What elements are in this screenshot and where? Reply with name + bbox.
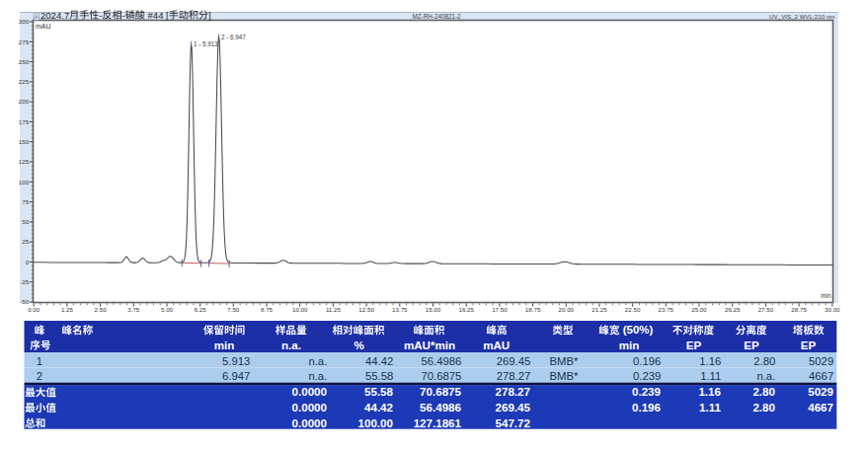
svg-text:1 - 5.913: 1 - 5.913 xyxy=(194,40,218,47)
svg-text:n.a.: n.a. xyxy=(281,339,301,351)
svg-text:225: 225 xyxy=(19,78,30,85)
svg-text:100: 100 xyxy=(19,179,30,186)
svg-text:100.00: 100.00 xyxy=(358,416,393,429)
svg-text:250: 250 xyxy=(19,58,30,65)
svg-text:44.42: 44.42 xyxy=(364,401,393,414)
svg-text:#44 [: #44 [ xyxy=(145,10,169,21)
svg-text:30.00: 30.00 xyxy=(825,306,840,313)
svg-text:26.25: 26.25 xyxy=(725,306,741,313)
svg-text:5029: 5029 xyxy=(808,385,833,398)
svg-text:7.50: 7.50 xyxy=(227,306,240,313)
svg-text:18.75: 18.75 xyxy=(525,306,541,313)
svg-text:175: 175 xyxy=(19,118,30,125)
svg-text:-: - xyxy=(122,10,125,21)
svg-text:n.a.: n.a. xyxy=(756,370,775,382)
svg-text:23.75: 23.75 xyxy=(659,306,674,313)
svg-text:EP: EP xyxy=(801,339,817,351)
svg-text:6.947: 6.947 xyxy=(222,370,250,382)
svg-text:2024.7: 2024.7 xyxy=(40,10,69,21)
svg-text:55.58: 55.58 xyxy=(364,385,394,398)
svg-text:4667: 4667 xyxy=(808,401,833,414)
svg-text:15.00: 15.00 xyxy=(426,306,441,313)
svg-text:16.25: 16.25 xyxy=(458,306,474,313)
svg-text:EP: EP xyxy=(744,339,759,351)
svg-text:-: - xyxy=(99,10,102,21)
svg-text:BMB*: BMB* xyxy=(550,370,579,382)
svg-text:22.50: 22.50 xyxy=(625,306,641,313)
svg-text:56.4986: 56.4986 xyxy=(420,401,461,414)
svg-text:%: % xyxy=(355,339,364,351)
svg-text:6.25: 6.25 xyxy=(195,306,207,313)
svg-text:mAU: mAU xyxy=(483,339,510,351)
svg-text:n.a.: n.a. xyxy=(308,370,327,382)
svg-text:-50: -50 xyxy=(20,298,30,305)
svg-text:0.239: 0.239 xyxy=(632,385,662,398)
svg-text:1.11: 1.11 xyxy=(699,401,721,414)
svg-text:269.45: 269.45 xyxy=(496,401,531,414)
svg-text:127.1861: 127.1861 xyxy=(414,416,462,429)
svg-text:275: 275 xyxy=(19,38,30,45)
svg-text:44.42: 44.42 xyxy=(365,355,393,367)
svg-text:55.58: 55.58 xyxy=(365,370,393,382)
svg-text:0.0000: 0.0000 xyxy=(292,401,327,414)
svg-text:8.75: 8.75 xyxy=(261,306,274,313)
svg-text:1.11: 1.11 xyxy=(700,370,721,382)
svg-text:mAU: mAU xyxy=(36,23,51,30)
svg-text:70.6875: 70.6875 xyxy=(421,370,461,382)
svg-text:12.50: 12.50 xyxy=(358,306,374,313)
svg-text:0.00: 0.00 xyxy=(28,306,40,313)
svg-text:300: 300 xyxy=(19,18,30,25)
svg-text:1.25: 1.25 xyxy=(61,306,74,313)
svg-text:5029: 5029 xyxy=(809,355,833,367)
svg-text:70.6875: 70.6875 xyxy=(420,385,461,398)
svg-text:1.16: 1.16 xyxy=(698,385,721,398)
svg-text:0: 0 xyxy=(26,259,30,265)
svg-text:278.27: 278.27 xyxy=(496,385,530,398)
svg-text:0.196: 0.196 xyxy=(632,401,662,414)
svg-text:(50%): (50%) xyxy=(620,324,654,336)
svg-text:0.196: 0.196 xyxy=(633,355,661,367)
svg-text:5.00: 5.00 xyxy=(161,306,174,313)
svg-text:min: min xyxy=(821,292,831,299)
svg-text:min: min xyxy=(214,339,235,351)
svg-text:11.25: 11.25 xyxy=(326,306,342,313)
svg-text:2 - 6.947: 2 - 6.947 xyxy=(221,34,246,40)
svg-text:mAU*min: mAU*min xyxy=(404,339,455,351)
svg-text:28.75: 28.75 xyxy=(791,306,807,313)
svg-text:1.16: 1.16 xyxy=(699,355,721,367)
svg-text:0.239: 0.239 xyxy=(633,370,661,382)
svg-text:2.80: 2.80 xyxy=(752,385,775,398)
svg-text:25: 25 xyxy=(22,238,29,245)
svg-text:13.75: 13.75 xyxy=(392,306,408,313)
svg-text:269.45: 269.45 xyxy=(497,355,531,367)
svg-text:BMB*: BMB* xyxy=(550,355,579,367)
svg-text:125: 125 xyxy=(19,158,30,165)
svg-text:75: 75 xyxy=(22,198,29,205)
svg-text:2.80: 2.80 xyxy=(753,355,775,367)
svg-text:EP: EP xyxy=(686,339,702,351)
svg-text:4667: 4667 xyxy=(809,370,833,382)
svg-text:27.50: 27.50 xyxy=(758,306,774,313)
svg-text:min: min xyxy=(619,339,640,351)
svg-text:2.80: 2.80 xyxy=(752,401,775,414)
svg-text:17.50: 17.50 xyxy=(492,306,508,313)
svg-text:150: 150 xyxy=(19,138,30,145)
svg-text:21.25: 21.25 xyxy=(592,306,607,313)
svg-text:2: 2 xyxy=(37,370,42,382)
svg-text:0.0000: 0.0000 xyxy=(292,416,327,429)
svg-text:MZ-RH-240821-2: MZ-RH-240821-2 xyxy=(413,13,461,20)
svg-text:200: 200 xyxy=(19,98,30,105)
svg-text:3.75: 3.75 xyxy=(127,306,140,313)
svg-text:0.0000: 0.0000 xyxy=(292,385,327,398)
svg-text:25.00: 25.00 xyxy=(691,306,707,313)
svg-text:50: 50 xyxy=(22,218,29,225)
svg-text:5.913: 5.913 xyxy=(222,355,250,367)
svg-text:547.72: 547.72 xyxy=(496,416,530,429)
svg-text:]: ] xyxy=(208,10,211,21)
svg-text:UV_VIS_2 WVL:210 nm: UV_VIS_2 WVL:210 nm xyxy=(769,13,834,20)
svg-text:1: 1 xyxy=(37,355,42,367)
svg-text:10.00: 10.00 xyxy=(292,306,308,313)
svg-text:56.4986: 56.4986 xyxy=(421,355,461,367)
svg-text:20.00: 20.00 xyxy=(559,306,575,313)
svg-text:278.27: 278.27 xyxy=(497,370,531,382)
